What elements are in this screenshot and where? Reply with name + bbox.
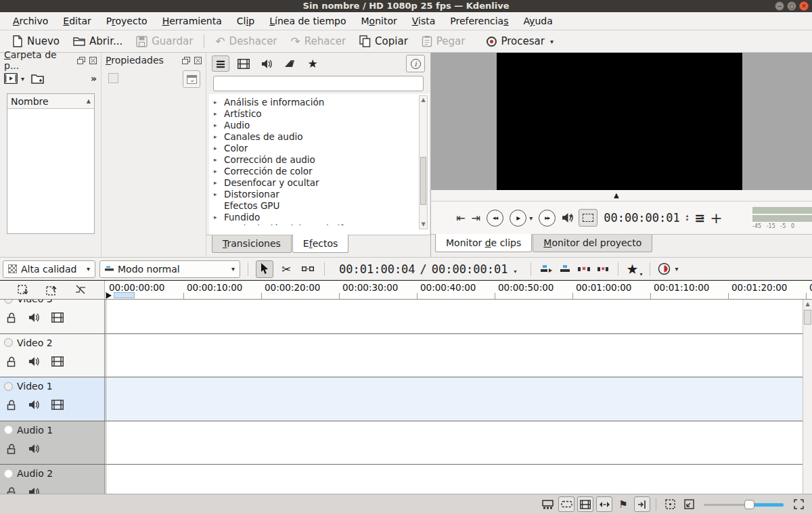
snap-button[interactable] [634, 496, 650, 512]
expander-icon[interactable]: ▸ [214, 225, 221, 226]
monitor-seekbar[interactable]: ▲ [431, 190, 812, 202]
effect-category-row[interactable]: ▸ Canales de audio [209, 131, 429, 142]
track-target-indicator[interactable] [4, 300, 13, 304]
titlebar[interactable]: Sin nombre / HD 1080p 25 fps — Kdenlive … [0, 0, 812, 12]
track-header[interactable]: Video 1 [0, 377, 105, 421]
insert-zone-in-timeline-icon[interactable] [18, 285, 30, 296]
menu-item[interactable]: Herramienta [155, 12, 229, 30]
effect-category-row[interactable]: ▸ Audio [209, 119, 429, 131]
expander-icon[interactable]: ▸ [214, 214, 221, 220]
effect-category-row[interactable]: ▸ Corrección de audio [209, 154, 429, 165]
expander-icon[interactable]: ▸ [214, 145, 221, 151]
show-video-effects-button[interactable] [235, 55, 252, 72]
menu-item[interactable]: Vista [405, 12, 443, 30]
favorite-effects-button[interactable]: ★ ▾ [626, 261, 642, 277]
lock-track-icon[interactable] [7, 444, 17, 454]
menu-item[interactable]: Línea de tiempo [262, 12, 353, 30]
lock-track-icon[interactable] [7, 400, 17, 411]
zone-end-button[interactable]: ⇥ [472, 212, 480, 225]
zone-duration[interactable]: 00:00:00:01 [432, 262, 508, 276]
lock-track-icon[interactable] [7, 487, 17, 494]
effect-category-row[interactable]: ▸ Efectos GPU [209, 200, 429, 211]
open-button[interactable]: Abrir... [67, 33, 129, 49]
track-target-indicator[interactable] [4, 338, 13, 347]
effects-search-input[interactable] [213, 76, 424, 91]
effect-category-row[interactable]: ▸ Desenfocar y ocultar [209, 177, 429, 188]
playhead-icon[interactable]: ▲ [614, 191, 619, 199]
scrollbar-thumb[interactable] [804, 310, 811, 325]
show-audio-thumbs-button[interactable] [596, 496, 612, 512]
slider-handle[interactable] [744, 500, 754, 509]
mute-track-icon[interactable] [28, 312, 40, 323]
show-markers-button[interactable]: ⚑ [615, 496, 631, 512]
tab-monitor-del-proyecto[interactable]: Monitor del proyecto [533, 235, 652, 252]
toolbar-overflow-button[interactable]: » [91, 73, 97, 84]
preview-quality-select[interactable]: Alta calidad ▾ [3, 260, 95, 278]
slider-track-filled[interactable] [750, 503, 784, 507]
close-panel-icon[interactable] [193, 56, 203, 65]
selection-tool-button[interactable] [256, 260, 273, 278]
minimize-button[interactable]: − [775, 1, 784, 11]
hide-track-icon[interactable] [51, 400, 64, 411]
edit-mode-select[interactable]: Modo normal ▾ [99, 260, 240, 278]
mute-track-icon[interactable] [28, 400, 40, 411]
scrollbar-thumb[interactable] [420, 157, 426, 205]
mute-track-icon[interactable] [28, 356, 40, 367]
monitor-timecode[interactable]: 00:00:00:01 [604, 211, 680, 225]
timeline-zoom-slider[interactable] [704, 500, 784, 509]
tab-monitor-de-clips[interactable]: Monitor de clips [435, 234, 532, 252]
track-header[interactable]: Audio 1 [0, 421, 105, 465]
extract-zone-from-timeline-icon[interactable] [46, 285, 58, 296]
expander-icon[interactable]: ▸ [214, 156, 221, 163]
menu-item[interactable]: Monitor [353, 12, 404, 30]
show-video-thumbnails-button[interactable] [539, 496, 556, 512]
effect-category-row[interactable]: ▸ Manipulación del canal alfa [209, 223, 429, 225]
monitor-menu-button[interactable]: ≡ ▾ [694, 210, 704, 225]
extract-zone-button[interactable] [577, 262, 591, 277]
effect-category-row[interactable]: ▸ Artístico [209, 108, 429, 119]
scroll-up-icon[interactable]: ▲ [803, 300, 812, 308]
track-header[interactable]: Audio 2 [0, 465, 105, 494]
expander-icon[interactable]: ▸ [214, 179, 221, 186]
mute-track-icon[interactable] [28, 487, 40, 494]
track-lane[interactable] [105, 300, 812, 333]
name-column-header[interactable]: Nombre ▲ [7, 94, 94, 109]
tab-transiciones[interactable]: Transiciones [212, 235, 292, 253]
timeline-position[interactable]: 00:01:00:04 [339, 262, 415, 276]
close-panel-icon[interactable] [88, 56, 98, 65]
show-description-button[interactable]: i [406, 55, 425, 72]
monitor-display[interactable] [431, 53, 812, 190]
preview-render-button[interactable]: ▾ [658, 262, 678, 275]
new-button[interactable]: Nuevo [5, 33, 66, 49]
menu-item[interactable]: Editar [55, 12, 98, 30]
create-folder-button[interactable] [31, 73, 44, 84]
show-audio-effects-button[interactable] [258, 55, 275, 72]
mute-track-icon[interactable] [28, 444, 40, 454]
hide-track-icon[interactable] [51, 312, 64, 323]
redo-button[interactable]: ↷ Rehacer [285, 33, 353, 49]
video-frame[interactable] [497, 53, 742, 190]
track-target-indicator[interactable] [4, 469, 13, 478]
expander-icon[interactable]: ▸ [214, 191, 221, 197]
expander-icon[interactable]: ▸ [214, 122, 221, 128]
maximize-button[interactable]: ◻ [787, 1, 796, 11]
insert-zone-button[interactable] [539, 262, 554, 277]
zoom-to-project-button[interactable] [681, 496, 697, 512]
save-button[interactable]: Guardar [130, 33, 199, 49]
show-custom-effects-button[interactable] [281, 55, 298, 72]
effects-scrollbar[interactable]: ▲ ▼ [419, 95, 428, 229]
zone-mode-button[interactable] [579, 209, 597, 227]
float-panel-icon[interactable] [181, 56, 191, 65]
effect-category-row[interactable]: ▸ Fundido [209, 211, 429, 223]
expander-icon[interactable]: ▸ [214, 168, 221, 174]
effect-category-row[interactable]: ▸ Color [209, 142, 429, 154]
fit-timeline-button[interactable] [790, 496, 807, 512]
menu-item[interactable]: Clip [229, 12, 262, 30]
zone-start-button[interactable]: ⇤ [456, 212, 465, 225]
expander-icon[interactable]: ▸ [214, 110, 221, 117]
menu-item[interactable]: Proyecto [99, 12, 155, 30]
track-lane[interactable] [105, 334, 812, 377]
track-target-indicator[interactable] [4, 382, 13, 391]
copy-button[interactable]: Copiar [353, 33, 414, 49]
forward-button[interactable]: ▸▸ [539, 210, 556, 227]
